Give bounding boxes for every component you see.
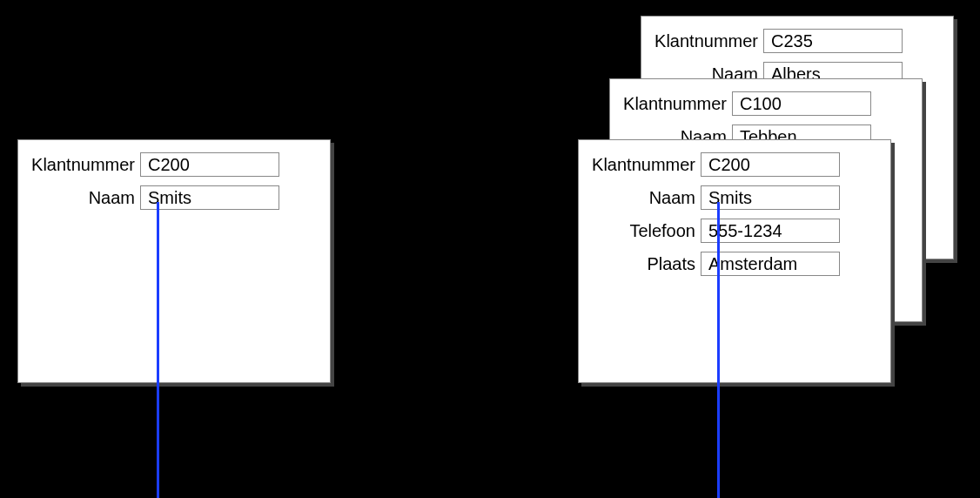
field-value-klantnummer[interactable]: C200 (140, 152, 279, 177)
form-row: Plaats Amsterdam (587, 252, 875, 276)
field-label-plaats: Plaats (587, 254, 701, 274)
field-label-klantnummer: Klantnummer (650, 31, 763, 51)
form-row: Naam Smits (27, 185, 314, 210)
field-value-naam[interactable]: Smits (140, 185, 279, 210)
field-label-naam: Naam (27, 188, 140, 208)
field-value-plaats[interactable]: Amsterdam (701, 252, 840, 276)
form-row: Klantnummer C200 (27, 152, 314, 177)
field-label-klantnummer: Klantnummer (587, 155, 701, 175)
form-row: Klantnummer C100 (619, 91, 906, 116)
form-row: Klantnummer C235 (650, 29, 937, 53)
field-value-klantnummer[interactable]: C200 (701, 152, 840, 177)
field-value-klantnummer[interactable]: C235 (763, 29, 903, 53)
field-value-klantnummer[interactable]: C100 (732, 91, 871, 116)
field-label-klantnummer: Klantnummer (27, 155, 140, 175)
left-form-card: Klantnummer C200 Naam Smits (17, 139, 331, 383)
field-label-klantnummer: Klantnummer (619, 94, 732, 114)
field-label-telefoon: Telefoon (587, 221, 701, 241)
connector-line-left (157, 202, 159, 498)
right-front-card: Klantnummer C200 Naam Smits Telefoon 555… (578, 139, 891, 383)
form-row: Klantnummer C200 (587, 152, 875, 177)
connector-line-right (717, 202, 720, 498)
form-row: Telefoon 555-1234 (587, 219, 875, 243)
field-value-naam[interactable]: Smits (701, 185, 840, 210)
field-label-naam: Naam (587, 188, 701, 208)
field-value-telefoon[interactable]: 555-1234 (701, 219, 840, 243)
form-row: Naam Smits (587, 185, 875, 210)
